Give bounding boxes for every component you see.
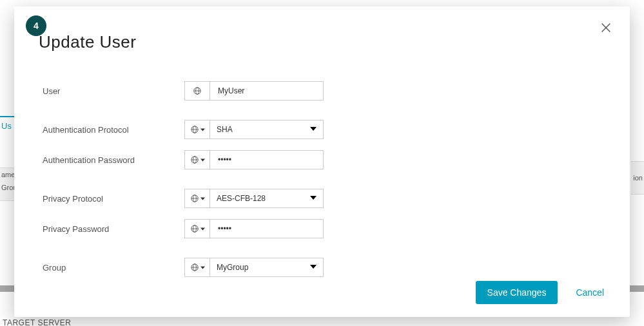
modal-actions: Save Changes Cancel	[476, 281, 604, 304]
user-input-field[interactable]	[217, 86, 317, 96]
group-value: MyGroup	[217, 263, 248, 272]
svg-marker-27	[310, 265, 317, 269]
locale-toggle-user[interactable]	[184, 81, 210, 101]
user-input[interactable]	[210, 81, 324, 101]
auth-password-field[interactable]	[217, 155, 317, 165]
cancel-button[interactable]: Cancel	[576, 287, 604, 298]
label-priv-protocol: Privacy Protocol	[43, 194, 184, 204]
priv-protocol-select[interactable]: AES-CFB-128	[210, 189, 324, 208]
svg-marker-26	[200, 266, 205, 269]
chevron-down-icon	[310, 194, 317, 203]
chevron-down-icon	[310, 125, 317, 134]
row-user: User	[43, 81, 601, 101]
update-user-modal: 4 Update User User	[14, 6, 630, 317]
chevron-down-icon	[310, 263, 317, 272]
label-group: Group	[43, 263, 184, 273]
svg-marker-9	[310, 127, 317, 131]
svg-marker-18	[310, 196, 317, 200]
label-auth-password: Authentication Password	[43, 155, 184, 165]
modal-overlay: 4 Update User User	[0, 0, 644, 326]
svg-marker-8	[200, 128, 205, 131]
svg-marker-13	[200, 158, 205, 161]
update-user-form: User Authentication Protocol	[43, 81, 601, 288]
close-icon[interactable]	[599, 21, 613, 35]
auth-protocol-value: SHA	[217, 125, 233, 134]
priv-protocol-value: AES-CFB-128	[217, 194, 266, 203]
locale-toggle-priv-protocol[interactable]	[184, 189, 210, 208]
row-priv-protocol: Privacy Protocol AES-CFB-128	[43, 189, 601, 208]
svg-marker-17	[200, 197, 205, 200]
row-priv-password: Privacy Password	[43, 219, 601, 238]
group-select[interactable]: MyGroup	[210, 258, 324, 277]
auth-protocol-select[interactable]: SHA	[210, 120, 324, 139]
label-auth-protocol: Authentication Protocol	[43, 125, 184, 135]
svg-marker-22	[200, 227, 205, 230]
row-auth-protocol: Authentication Protocol SHA	[43, 120, 601, 139]
row-auth-password: Authentication Password	[43, 150, 601, 169]
label-priv-password: Privacy Password	[43, 224, 184, 234]
label-user: User	[43, 86, 184, 96]
locale-toggle-group[interactable]	[184, 258, 210, 277]
priv-password-field[interactable]	[217, 224, 317, 234]
locale-toggle-priv-password[interactable]	[184, 219, 210, 238]
auth-password-input[interactable]	[210, 150, 324, 169]
priv-password-input[interactable]	[210, 219, 324, 238]
modal-title: Update User	[39, 32, 136, 52]
locale-toggle-auth-password[interactable]	[184, 150, 210, 169]
row-group: Group MyGroup	[43, 258, 601, 277]
locale-toggle-auth-protocol[interactable]	[184, 120, 210, 139]
save-changes-button[interactable]: Save Changes	[476, 281, 558, 304]
